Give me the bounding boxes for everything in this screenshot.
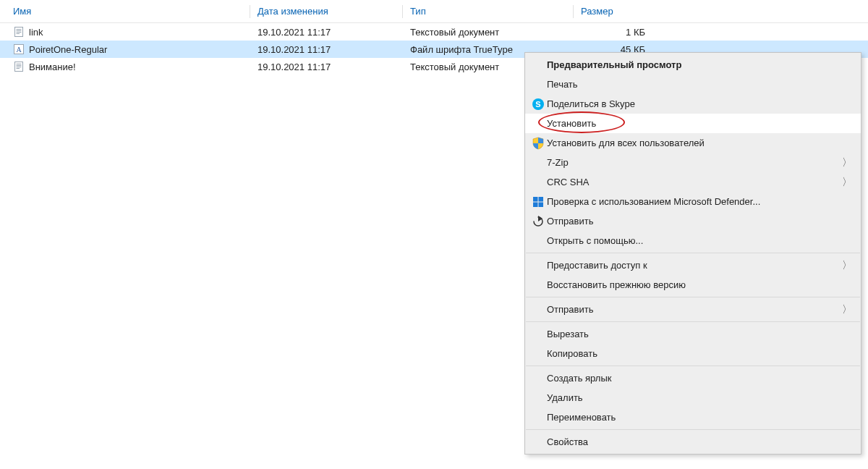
file-date: 19.10.2021 11:17 — [258, 62, 402, 72]
context-menu-item-label: Поделиться в Skype — [547, 98, 842, 109]
context-menu-item-label: Открыть с помощью... — [547, 235, 842, 246]
svg-text:A: A — [16, 46, 22, 54]
context-menu-item[interactable]: Предоставить доступ к〉 — [525, 255, 861, 275]
context-menu-item-label: Восстановить прежнюю версию — [547, 279, 842, 290]
column-name[interactable]: Имя — [0, 6, 250, 17]
file-name: Внимание! — [29, 62, 76, 72]
context-menu-separator — [526, 321, 860, 322]
share-icon — [529, 215, 547, 228]
submenu-chevron-icon: 〉 — [842, 259, 852, 272]
column-size[interactable]: Размер — [581, 6, 657, 17]
context-menu-item-label: Установить — [547, 118, 842, 129]
svg-rect-14 — [533, 197, 538, 202]
text-file-icon — [13, 26, 25, 38]
file-name: link — [29, 27, 43, 38]
file-date: 19.10.2021 11:17 — [258, 27, 402, 38]
column-date[interactable]: Дата изменения — [258, 6, 402, 17]
file-type: Текстовый документ — [410, 27, 573, 38]
file-size: 1 КБ — [581, 27, 657, 38]
svg-rect-15 — [539, 197, 544, 202]
context-menu-item-label: CRC SHA — [547, 177, 842, 187]
context-menu-separator — [526, 429, 860, 430]
font-file-icon: A — [13, 43, 25, 55]
context-menu-item[interactable]: CRC SHA〉 — [525, 172, 861, 192]
context-menu-item-label: Копировать — [547, 348, 842, 359]
context-menu-item[interactable]: Создать ярлык — [525, 368, 861, 388]
context-menu-item-label: Проверка с использованием Microsoft Defe… — [547, 196, 842, 207]
context-menu-item[interactable]: Проверка с использованием Microsoft Defe… — [525, 192, 861, 211]
context-menu-item-label: Предоставить доступ к — [547, 260, 842, 271]
context-menu-item[interactable]: Установить — [525, 114, 861, 133]
context-menu-item[interactable]: Предварительный просмотр — [525, 55, 861, 75]
context-menu-item-label: Печать — [547, 79, 842, 90]
context-menu-item[interactable]: 7-Zip〉 — [525, 153, 861, 172]
context-menu-item-label: Установить для всех пользователей — [547, 138, 842, 148]
context-menu-item[interactable]: Удалить — [525, 388, 861, 407]
context-menu-item-label: Вырезать — [547, 329, 842, 339]
file-list-header: Имя Дата изменения Тип Размер — [0, 0, 868, 23]
context-menu-separator — [526, 297, 860, 297]
context-menu-item-label: Создать ярлык — [547, 373, 842, 384]
context-menu-separator — [526, 253, 860, 253]
defender-icon — [529, 195, 547, 208]
context-menu-item-label: Свойства — [547, 436, 842, 447]
column-type[interactable]: Тип — [410, 6, 573, 17]
context-menu-item-label: Отправить — [547, 216, 842, 227]
svg-text:S: S — [535, 100, 540, 109]
context-menu-item[interactable]: Печать — [525, 75, 861, 94]
shield-icon — [529, 137, 547, 150]
svg-rect-16 — [533, 202, 538, 207]
context-menu-item[interactable]: Переименовать — [525, 407, 861, 427]
context-menu-item[interactable]: Свойства — [525, 432, 861, 452]
context-menu-item[interactable]: S Поделиться в Skype — [525, 94, 861, 114]
context-menu-item-label: Переименовать — [547, 412, 842, 423]
context-menu-item-label: Удалить — [547, 392, 842, 403]
submenu-chevron-icon: 〉 — [842, 156, 852, 169]
file-date: 19.10.2021 11:17 — [258, 44, 402, 55]
context-menu-item[interactable]: Отправить — [525, 211, 861, 231]
file-row[interactable]: link19.10.2021 11:17Текстовый документ1 … — [0, 23, 868, 41]
context-menu-item-label: Предварительный просмотр — [547, 59, 842, 70]
submenu-chevron-icon: 〉 — [842, 303, 852, 316]
submenu-chevron-icon: 〉 — [842, 176, 852, 189]
context-menu-item[interactable]: Вырезать — [525, 324, 861, 344]
context-menu-item[interactable]: Установить для всех пользователей — [525, 133, 861, 153]
text-file-icon — [13, 61, 25, 72]
context-menu-item[interactable]: Восстановить прежнюю версию — [525, 275, 861, 295]
file-name: PoiretOne-Regular — [29, 44, 107, 55]
svg-rect-17 — [539, 202, 544, 207]
skype-icon: S — [529, 98, 547, 111]
context-menu-item[interactable]: Копировать — [525, 344, 861, 363]
context-menu-item[interactable]: Отправить〉 — [525, 300, 861, 319]
context-menu-item[interactable]: Открыть с помощью... — [525, 231, 861, 250]
context-menu-item-label: Отправить — [547, 304, 842, 315]
context-menu-item-label: 7-Zip — [547, 157, 842, 168]
context-menu-separator — [526, 366, 860, 366]
context-menu: Предварительный просмотрПечать S Поделит… — [524, 52, 861, 455]
